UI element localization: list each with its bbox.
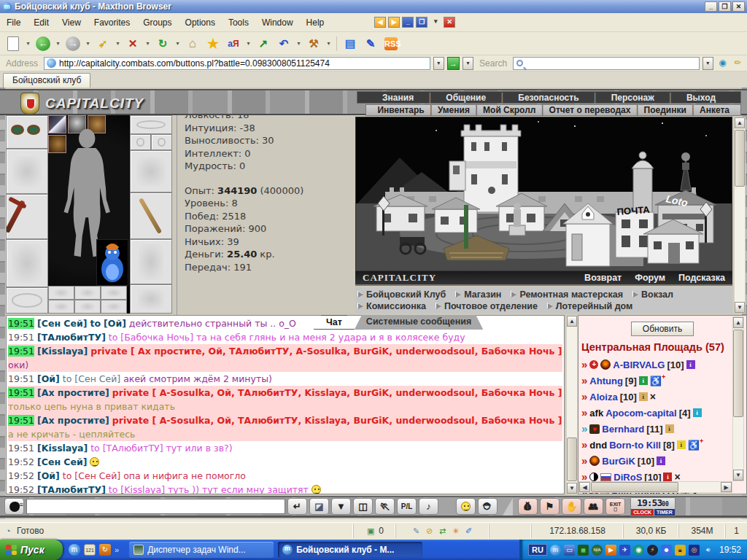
roster-scroll-right-icon[interactable]: ▶ [721,482,732,492]
menu-favorites[interactable]: Favorites [88,15,136,31]
undo-dropdown[interactable]: ▾ [295,40,302,47]
rss-icon[interactable]: RSS [382,35,400,52]
chat-scroll-down-icon[interactable]: ▼ [567,483,577,494]
refresh-button[interactable]: Обновить [631,322,694,336]
tray-na-icon[interactable]: N/A [592,545,603,556]
money-button[interactable]: 💰︎ [518,498,538,515]
slot-belt[interactable] [6,287,48,314]
chat-scroll-thumb[interactable] [567,438,577,481]
tab-next-button[interactable]: ▶ [388,17,400,28]
mdi-dropdown[interactable]: ▾ [430,17,441,28]
info-icon[interactable]: i [657,456,665,465]
forward-dropdown[interactable]: ▾ [85,40,91,47]
user-name[interactable]: A-BIRVALG [613,359,665,370]
user-name[interactable]: BurGiK [602,456,635,467]
mdi-restore-button[interactable]: ❐ [416,17,427,28]
chat-username[interactable]: [Kisslaya] [37,346,88,357]
send-dropdown[interactable]: ▾ [115,40,121,47]
address-url[interactable]: http://capitalcity.combats.com/buttons.p… [59,58,330,69]
clear-chat-button[interactable]: ◪ [309,498,329,515]
translate-icon[interactable]: аЯ [225,35,242,52]
tab-system-messages[interactable]: Системные сообщения [355,315,483,330]
tools-icon[interactable]: ⚒ [305,35,322,52]
minimize-button[interactable]: _ [705,1,717,12]
list-icon[interactable]: ▤ [341,35,359,52]
menu-options[interactable]: Options [179,15,222,31]
ql-sync-icon[interactable]: ↻ [99,544,111,556]
mdi-minimize-button[interactable]: _ [402,17,414,28]
info-icon[interactable]: i [693,408,702,417]
roster-hscroll-thumb[interactable] [591,482,678,492]
language-indicator[interactable]: RU [528,544,547,556]
send-icon[interactable]: ➶ [94,35,112,52]
slot-gloves[interactable] [130,150,172,192]
info-icon[interactable]: i [663,472,672,481]
highlighter-icon[interactable]: ✏ [732,58,744,69]
start-button[interactable]: Пуск [0,540,63,560]
pet-slot[interactable] [96,239,128,286]
ql-calendar-icon[interactable]: 121 [84,544,96,556]
translate-dropdown[interactable]: ▾ [245,40,252,47]
chat-scrollbar[interactable]: ▲ ▼ [566,315,578,494]
tab-fight-club[interactable]: Бойцовский клуб [3,73,90,88]
stop-icon[interactable]: ✕ [124,35,142,52]
menu-view[interactable]: View [55,15,88,31]
traders-button[interactable]: 👥︎ [584,498,603,515]
go-button[interactable]: → [447,57,460,70]
info-icon[interactable]: i [677,440,686,449]
scroll-thumb[interactable] [735,130,745,187]
location-link[interactable]: Комиссионка [358,301,426,311]
slot-necklace[interactable] [130,115,172,134]
scroll-up-icon[interactable]: ▲ [735,117,745,128]
location-link[interactable]: Бойцовский Клуб [358,289,446,300]
undo-icon[interactable]: ↶ [275,35,293,52]
notes-icon[interactable]: ✎ [362,35,379,52]
equipment-button[interactable]: ⚑ [540,498,560,515]
home-icon[interactable]: ⌂ [184,35,201,52]
chat-scroll-up-icon[interactable]: ▲ [567,316,577,327]
user-name[interactable]: Bernhard [602,424,644,435]
page-scrollbar[interactable]: ▲ ▼ [734,117,746,314]
remove-icon[interactable]: × [650,391,656,402]
slot-small-4[interactable] [48,300,74,314]
forward-icon[interactable]: → [64,35,82,52]
tray-lock-icon[interactable]: 🔒︎ [675,545,686,556]
map-link-Возврат[interactable]: Возврат [584,273,622,283]
refresh-icon[interactable]: ↻ [154,35,171,52]
location-link[interactable]: Магазин [456,289,501,300]
nav-top-2[interactable]: Безопасность [503,93,593,103]
menu-tools[interactable]: Tools [222,15,255,31]
scroll-down-icon[interactable]: ▼ [735,302,745,313]
search-input[interactable] [513,57,700,70]
fighters-button[interactable]: ⛑︎ [478,498,498,515]
chat-username[interactable]: [Сен Сей] [37,456,87,467]
tray-maxthon-icon[interactable]: m [550,545,561,556]
info-icon[interactable]: i [686,360,695,369]
flash-icon[interactable]: ✳ [451,526,461,536]
slot-ring-2[interactable] [151,134,172,150]
tray-network-icon[interactable]: ▦ [578,545,589,556]
tray-cd-icon[interactable]: ◉ [633,545,644,556]
slot-small-5[interactable] [74,300,101,314]
roster-scroll-down-icon[interactable]: ▼ [733,470,743,481]
tray-user-icon[interactable]: ☻ [661,545,672,556]
nav-top-1[interactable]: Общение [431,93,500,103]
chat-username[interactable]: [Ой] [104,318,126,329]
tray-player-icon[interactable]: ▶ [605,545,616,556]
slot-shield[interactable] [130,192,172,239]
tab-chat[interactable]: Чат [314,315,355,330]
proxy-icon[interactable]: ◉ [716,58,729,69]
nav-top-0[interactable]: Знания [368,93,428,103]
menu-groups[interactable]: Groups [136,15,178,31]
user-name[interactable]: Apocom-capital [605,408,677,419]
new-page-icon[interactable] [4,35,22,52]
chat-username[interactable]: [Ах простите] [37,387,109,398]
chat-username[interactable]: [Ой] [37,470,60,481]
info-icon[interactable]: i [639,376,648,385]
slot-small-2[interactable] [74,286,101,300]
location-link[interactable]: Почтовое отделение [436,301,538,311]
pl-toggle-button[interactable]: P/L [397,498,417,515]
sound-button[interactable]: ♪ [419,498,438,515]
nav-sub-1[interactable]: Умения [433,105,475,115]
external-window-icon[interactable]: ↗ [255,35,272,52]
